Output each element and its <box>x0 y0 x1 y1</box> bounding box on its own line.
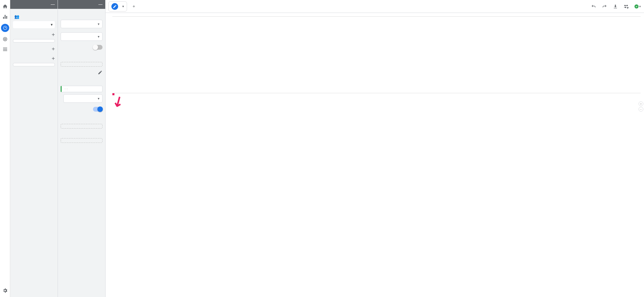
zoom-controls: + − <box>639 101 643 112</box>
highlight-annotation <box>112 93 114 95</box>
drag-handle-icon: ⋮⋮ <box>64 87 68 90</box>
visualization-select[interactable]: ▾ <box>61 32 103 41</box>
dropdown-arrow-icon: ▾ <box>98 22 99 26</box>
svg-point-1 <box>4 38 6 40</box>
explore-icon[interactable] <box>1 24 9 32</box>
left-nav-rail <box>0 0 10 297</box>
minimize-icon[interactable]: — <box>98 2 103 7</box>
zoom-in-button[interactable]: + <box>639 101 643 106</box>
undo-button[interactable] <box>590 2 598 11</box>
next-action-drop-zone[interactable] <box>61 124 103 129</box>
zoom-out-button[interactable]: − <box>639 107 643 112</box>
reports-icon[interactable] <box>2 14 8 20</box>
tab-settings-panel: — ▾ ▾ ⋮⋮ ▾ <box>58 0 106 297</box>
admin-gear-icon[interactable] <box>2 287 8 294</box>
add-dimension-button[interactable]: + <box>52 46 55 52</box>
edit-steps-button[interactable] <box>98 70 103 75</box>
configure-icon[interactable] <box>2 46 8 52</box>
rows-per-dim-select[interactable]: ▾ <box>63 94 103 103</box>
funnel-table: ↙ <box>112 93 641 93</box>
date-range-picker[interactable]: ▾ <box>13 21 55 28</box>
metrics-none[interactable] <box>13 63 55 66</box>
breakdown-chip[interactable]: ⋮⋮ <box>61 86 103 92</box>
arrow-annotation: ↙ <box>109 92 127 111</box>
redo-button[interactable] <box>600 2 609 11</box>
add-metric-button[interactable]: + <box>52 55 55 62</box>
data-quality-button[interactable]: ▾ <box>633 2 641 11</box>
exploration-name[interactable]: 👥 <box>13 14 55 19</box>
y-axis-labels <box>112 17 123 88</box>
svg-point-0 <box>3 37 7 41</box>
open-funnel-toggle[interactable] <box>93 45 103 50</box>
add-segment-button[interactable]: + <box>52 32 55 38</box>
advertising-icon[interactable] <box>2 36 8 42</box>
tab-bar: ▾ + ▾ <box>106 0 644 13</box>
dropdown-arrow-icon: ▾ <box>51 22 53 27</box>
add-tab-button[interactable]: + <box>130 2 138 11</box>
segments-none[interactable] <box>13 39 55 43</box>
segment-drop-zone[interactable] <box>61 62 103 67</box>
variables-header: — <box>10 0 58 9</box>
tab-dropdown-icon[interactable]: ▾ <box>122 4 124 8</box>
share-icon[interactable]: 👥 <box>14 14 19 19</box>
dropdown-arrow-icon: ▾ <box>98 97 99 100</box>
variables-panel: — 👥 ▾ + + + <box>10 0 58 297</box>
tab-funnel-exploration[interactable]: ▾ <box>108 1 127 12</box>
technique-select[interactable]: ▾ <box>61 20 103 28</box>
funnel-chart <box>112 16 641 88</box>
tab-settings-header: — <box>58 0 105 9</box>
home-icon[interactable] <box>2 3 8 10</box>
main-content: ▾ + ▾ + − <box>106 0 644 297</box>
download-button[interactable] <box>611 2 619 11</box>
show-elapsed-toggle[interactable] <box>93 107 103 112</box>
share-button[interactable] <box>622 2 630 11</box>
filters-drop-zone[interactable] <box>61 138 103 143</box>
tab-icon <box>111 3 118 10</box>
minimize-icon[interactable]: — <box>51 2 55 7</box>
dropdown-arrow-icon: ▾ <box>98 35 99 38</box>
